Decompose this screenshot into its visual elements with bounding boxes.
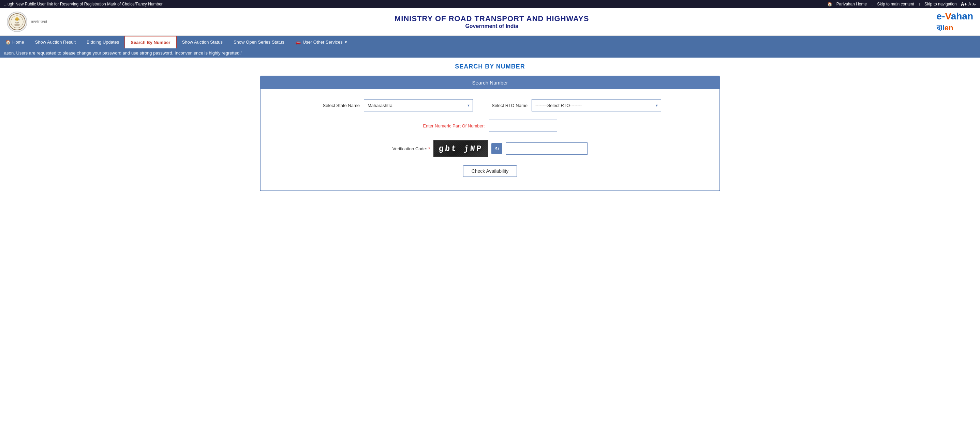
- font-size-controls: A+ A A-: [961, 2, 976, 7]
- dropdown-arrow-icon: ▾: [345, 40, 347, 44]
- brand-vahan: Vahan: [945, 11, 974, 21]
- rto-select-wrapper: --------Select RTO--------: [531, 99, 661, 111]
- main-nav: 🏠 Home Show Auction Result Bidding Updat…: [0, 36, 980, 48]
- government-seal: सत्यमेव जयते: [7, 11, 27, 32]
- nav-auction-status-label: Show Auction Status: [182, 40, 223, 44]
- government-subtitle: Government of India: [47, 23, 937, 29]
- required-asterisk: *: [428, 146, 430, 151]
- numeric-label: Enter Numeric Part Of Number:: [423, 124, 485, 128]
- page-header: सत्यमेव जयते सत्यमेव जयते MINISTRY OF RO…: [0, 8, 980, 36]
- home-icon: 🏠: [827, 2, 832, 6]
- captcha-image: gbt jNP: [433, 140, 488, 157]
- svg-point-4: [15, 17, 19, 21]
- header-title: MINISTRY OF ROAD TRANSPORT AND HIGHWAYS …: [47, 14, 937, 29]
- logo-text: सत्यमेव जयते: [31, 20, 47, 24]
- font-a-minus[interactable]: A-: [972, 2, 976, 6]
- main-content: SEARCH BY NUMBER Search Number Select St…: [0, 58, 980, 197]
- top-nav-links: 🏠 Parivahan Home ↓ Skip to main content …: [827, 2, 976, 7]
- ministry-title: MINISTRY OF ROAD TRANSPORT AND HIGHWAYS: [47, 14, 937, 23]
- vehicle-icon: 🚗: [295, 40, 301, 44]
- top-marquee-content: ...ugh New Public User link for Reservin…: [4, 2, 163, 6]
- check-availability-button[interactable]: Check Availability: [463, 165, 517, 177]
- numeric-input[interactable]: [489, 120, 557, 132]
- skip-nav-link[interactable]: Skip to navigation: [924, 2, 957, 6]
- refresh-icon: ↻: [495, 146, 499, 152]
- state-select-wrapper: Maharashtra Delhi Karnataka Tamil Nadu U…: [364, 99, 473, 111]
- marquee-text: ...ugh New Public User link for Reservin…: [4, 2, 827, 6]
- nav-bidding-updates[interactable]: Bidding Updates: [81, 36, 124, 48]
- parivahan-home-link[interactable]: Parivahan Home: [837, 2, 867, 6]
- rto-label: Select RTO Name: [487, 103, 528, 108]
- nav-home-label: Home: [12, 40, 24, 44]
- font-a-plus[interactable]: A+: [961, 2, 967, 7]
- nav-search-by-number[interactable]: Search By Number: [124, 36, 176, 48]
- captcha-input[interactable]: [506, 143, 587, 155]
- state-group: Select State Name Maharashtra Delhi Karn…: [319, 99, 473, 111]
- nav-open-series-label: Show Open Series Status: [234, 40, 285, 44]
- verification-label-text: Verification Code:: [393, 146, 427, 151]
- nav-show-auction-result[interactable]: Show Auction Result: [30, 36, 81, 48]
- state-rto-row: Select State Name Maharashtra Delhi Karn…: [274, 99, 706, 111]
- header-logo: सत्यमेव जयते सत्यमेव जयते: [7, 11, 47, 32]
- svg-point-5: [14, 24, 20, 26]
- refresh-captcha-button[interactable]: ↻: [492, 143, 502, 154]
- nav-search-label: Search By Number: [130, 40, 170, 45]
- evahan-brand: e-Vahan दilen: [937, 11, 973, 33]
- nav-auction-result-label: Show Auction Result: [35, 40, 76, 44]
- rto-group: Select RTO Name --------Select RTO------…: [487, 99, 661, 111]
- brand-e: e-: [937, 11, 945, 21]
- submit-row: Check Availability: [274, 165, 706, 177]
- font-a[interactable]: A: [969, 2, 971, 6]
- nav-show-auction-status[interactable]: Show Auction Status: [177, 36, 228, 48]
- arrow-down-icon2: ↓: [918, 2, 920, 6]
- nav-user-other-services[interactable]: 🚗 User Other Services ▾: [290, 36, 353, 48]
- skip-main-link[interactable]: Skip to main content: [877, 2, 914, 6]
- state-label: Select State Name: [319, 103, 360, 108]
- form-card-header: Search Number: [261, 76, 719, 89]
- nav-show-open-series[interactable]: Show Open Series Status: [228, 36, 290, 48]
- brand-dilen: दilen: [937, 24, 953, 32]
- seal-svg: सत्यमेव जयते: [8, 13, 26, 31]
- arrow-down-icon: ↓: [871, 2, 873, 6]
- numeric-row: Enter Numeric Part Of Number:: [274, 120, 706, 132]
- svg-text:जयते: जयते: [15, 21, 19, 24]
- page-title: SEARCH BY NUMBER: [7, 63, 973, 70]
- top-bar: ...ugh New Public User link for Reservin…: [0, 0, 980, 8]
- captcha-noise-overlay: [434, 141, 487, 156]
- form-card-body: Select State Name Maharashtra Delhi Karn…: [261, 89, 719, 190]
- announcement-text: ason. Users are requested to please chan…: [4, 51, 242, 55]
- verification-label: Verification Code: *: [393, 146, 430, 151]
- nav-bidding-label: Bidding Updates: [87, 40, 119, 44]
- nav-home[interactable]: 🏠 Home: [0, 36, 30, 48]
- announcement-bar: ason. Users are requested to please chan…: [0, 48, 980, 58]
- state-select[interactable]: Maharashtra Delhi Karnataka Tamil Nadu U…: [364, 99, 473, 111]
- nav-other-services-label: User Other Services: [303, 40, 343, 44]
- search-form-card: Search Number Select State Name Maharash…: [260, 76, 720, 191]
- home-nav-icon: 🏠: [5, 40, 11, 44]
- captcha-section: Verification Code: * gbt jNP ↻: [274, 140, 706, 157]
- rto-select[interactable]: --------Select RTO--------: [531, 99, 661, 111]
